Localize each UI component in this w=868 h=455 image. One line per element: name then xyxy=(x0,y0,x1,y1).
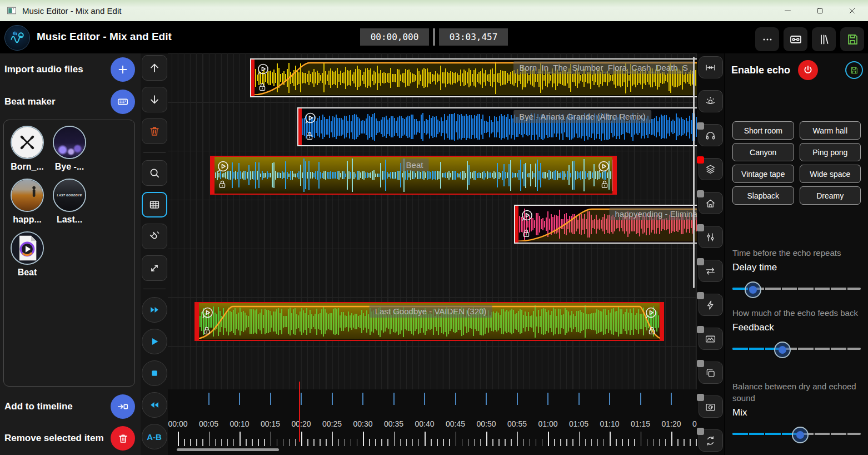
clip-lock-icon[interactable] xyxy=(304,130,315,144)
fast-forward-button[interactable] xyxy=(142,297,167,323)
remove-selected-button[interactable] xyxy=(111,426,135,451)
home-button[interactable] xyxy=(699,192,723,214)
clip-last-goodbye-vaiden-320[interactable]: Last Goodbye - VAIDEN (320) xyxy=(194,302,664,341)
clip-lock-icon[interactable] xyxy=(257,81,268,95)
grid-snap-button[interactable] xyxy=(142,192,167,217)
preset-warm-hall[interactable]: Warm hall xyxy=(800,121,861,140)
library-button[interactable] xyxy=(812,27,836,51)
clip-lock-icon[interactable] xyxy=(201,325,212,338)
file-item-bye[interactable]: Bye -... xyxy=(48,126,91,172)
echo-save-preset-button[interactable] xyxy=(845,61,863,79)
wave-view-button[interactable] xyxy=(699,328,723,350)
preset-vintage-tape[interactable]: Vintage tape xyxy=(732,165,794,183)
time-ruler[interactable]: 00:0000:0500:1000:1500:2000:2500:3000:35… xyxy=(168,389,697,455)
ruler-time-label: 00:45 xyxy=(439,419,472,428)
ruler-tick xyxy=(505,439,506,446)
sync-loop-button[interactable] xyxy=(699,429,723,452)
maximize-button[interactable] xyxy=(804,0,836,21)
preset-dreamy[interactable]: Dreamy xyxy=(800,186,861,205)
clip-play-icon-right[interactable] xyxy=(644,306,658,322)
preset-ping-pong[interactable]: Ping pong xyxy=(800,143,861,161)
zoom-search-button[interactable] xyxy=(142,160,167,186)
preset-short-room[interactable]: Short room xyxy=(732,121,794,140)
clip-trim-handle-left[interactable] xyxy=(211,157,214,194)
clip-play-icon[interactable] xyxy=(216,160,230,176)
clip-happyending-eliminate[interactable]: happyending - Eliminate xyxy=(514,205,697,244)
clip-lock-icon[interactable] xyxy=(217,179,228,192)
file-item-born[interactable]: Born_... xyxy=(6,126,48,172)
play-button[interactable] xyxy=(142,329,167,354)
swap-channels-button[interactable] xyxy=(699,260,723,282)
delete-clip-button[interactable] xyxy=(142,118,167,144)
clip-trim-handle-left[interactable] xyxy=(298,108,302,145)
headphones-monitor-button[interactable] xyxy=(699,124,723,146)
beat-tick xyxy=(270,393,271,405)
clip-lock-icon-right[interactable] xyxy=(599,179,610,192)
slider-thumb[interactable] xyxy=(792,427,809,443)
vertical-scrollbar[interactable] xyxy=(693,57,695,288)
save-project-button[interactable] xyxy=(840,27,864,51)
mix-slider[interactable] xyxy=(732,426,861,442)
clip-trim-handle-right[interactable] xyxy=(612,157,616,194)
clip-lock-icon-right[interactable] xyxy=(646,325,657,338)
add-to-timeline-button[interactable] xyxy=(111,394,135,419)
file-item-last[interactable]: LAST GOODBYELast... xyxy=(48,179,91,225)
close-button[interactable] xyxy=(836,0,868,21)
clip-play-icon[interactable] xyxy=(520,209,534,225)
clip-lock-icon[interactable] xyxy=(521,228,532,241)
slider-label: Mix xyxy=(732,407,861,418)
echo-power-button[interactable] xyxy=(798,60,818,80)
move-track-down-button[interactable] xyxy=(142,87,167,112)
preview-rotate-button[interactable] xyxy=(699,395,723,418)
clip-play-icon[interactable] xyxy=(201,306,214,322)
preset-slapback[interactable]: Slapback xyxy=(732,186,794,205)
expand-fit-button[interactable] xyxy=(142,255,167,281)
layers-button[interactable] xyxy=(699,158,723,180)
clip-play-icon[interactable] xyxy=(256,62,270,78)
ruler-tick xyxy=(289,439,290,446)
ruler-tick xyxy=(492,439,493,446)
clip-play-icon[interactable] xyxy=(303,111,317,127)
duplicate-button[interactable] xyxy=(699,362,723,384)
beat-tick xyxy=(301,393,302,405)
preset-wide-space[interactable]: Wide space xyxy=(800,165,861,183)
ruler-tick xyxy=(462,439,463,446)
clip-trim-handle-left[interactable] xyxy=(515,206,518,243)
clip-bye-ariana-grande-altre-remix[interactable]: Bye - Ariana Grande (Altre Remix) xyxy=(297,107,697,146)
recorder-button[interactable] xyxy=(784,27,807,51)
slider-description: Time before the echo repeats xyxy=(732,247,861,259)
clip-trim-handle-right[interactable] xyxy=(660,303,663,340)
file-item-beat[interactable]: Beat xyxy=(6,231,48,278)
clip-born-in-the-slumber-flora-cash[interactable]: Born_In_The_Slumber_Flora_Cash_Death_S xyxy=(250,58,697,97)
beat-maker-button[interactable] xyxy=(111,90,135,114)
more-options-button[interactable] xyxy=(755,27,779,51)
slider-thumb[interactable] xyxy=(774,342,791,358)
playhead[interactable] xyxy=(299,382,300,442)
mixer-button[interactable] xyxy=(699,226,723,248)
feedback-slider[interactable] xyxy=(732,341,861,357)
clip-trim-handle-left[interactable] xyxy=(196,303,199,340)
delay-time-slider[interactable] xyxy=(732,281,861,296)
preset-canyon[interactable]: Canyon xyxy=(732,143,794,161)
move-track-up-button[interactable] xyxy=(142,55,167,81)
ab-loop-button[interactable]: A-B xyxy=(142,424,167,449)
stop-button[interactable] xyxy=(142,360,167,386)
ruler-tick xyxy=(326,439,327,446)
slider-thumb[interactable] xyxy=(745,281,761,298)
clip-play-icon-right[interactable] xyxy=(597,160,611,176)
window-title: Music Editor - Mix and Edit xyxy=(22,6,121,16)
file-item-happ[interactable]: happ... xyxy=(6,179,48,225)
clip-trim-handle-left[interactable] xyxy=(251,60,255,96)
magnet-snap-button[interactable] xyxy=(142,224,167,249)
ruler-tick xyxy=(523,439,525,446)
header-buttons xyxy=(755,27,864,51)
effects-boost-button[interactable] xyxy=(699,294,723,316)
horizontal-scrollbar[interactable] xyxy=(177,448,279,451)
import-audio-button[interactable] xyxy=(111,57,135,82)
clip-beat[interactable]: Beat xyxy=(210,156,617,195)
rewind-button[interactable] xyxy=(142,392,167,418)
minimize-button[interactable] xyxy=(771,0,804,21)
timeline[interactable]: Born_In_The_Slumber_Flora_Cash_Death_SBy… xyxy=(168,53,697,455)
spatial-audio-button[interactable] xyxy=(699,90,723,112)
fit-width-button[interactable] xyxy=(699,56,723,78)
